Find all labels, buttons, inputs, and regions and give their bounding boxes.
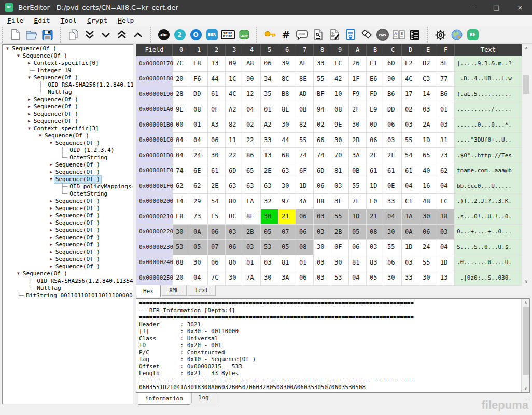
hex-byte-cell[interactable]: 08 — [190, 102, 208, 118]
hex-byte-cell[interactable]: DD — [384, 102, 402, 118]
hex-byte-cell[interactable]: 30 — [278, 178, 296, 194]
hex-byte-cell[interactable]: 20 — [173, 270, 190, 286]
hex-byte-cell[interactable]: 1D — [402, 240, 419, 255]
hex-byte-cell[interactable]: 05 — [261, 225, 278, 240]
hex-byte-cell[interactable]: 2B — [331, 225, 349, 240]
hex-byte-cell[interactable]: 03 — [314, 209, 331, 225]
hex-byte-cell[interactable]: 53 — [331, 270, 349, 286]
hex-byte-cell[interactable]: 81 — [278, 255, 296, 271]
hex-byte-cell[interactable]: 44 — [208, 72, 226, 87]
tree-item[interactable]: ├─OID policyMappings(… — [3, 183, 133, 190]
handshake-icon[interactable] — [358, 27, 374, 42]
tree-item[interactable]: ▼Sequence(Of ) — [3, 140, 133, 147]
hex-byte-cell[interactable]: 44 — [278, 133, 296, 148]
hex-byte-cell[interactable]: 61 — [367, 163, 384, 179]
hex-byte-cell[interactable]: 03 — [314, 270, 331, 286]
hex-byte-cell[interactable]: 82 — [226, 117, 243, 133]
hex-byte-cell[interactable]: 68 — [278, 148, 296, 163]
hex-byte-cell[interactable]: 30 — [261, 270, 278, 286]
hex-byte-cell[interactable]: 3F — [437, 56, 455, 72]
hex-byte-cell[interactable]: 00 — [173, 117, 190, 133]
hex-byte-cell[interactable]: 1D — [296, 178, 314, 194]
tree-item[interactable]: ▶Sequence(Of ) — [3, 198, 133, 205]
menu-crypt[interactable]: Crypt — [82, 16, 113, 25]
hex-byte-cell[interactable]: 03 — [243, 240, 261, 255]
hex-byte-cell[interactable]: 06 — [208, 133, 226, 148]
hex-byte-cell[interactable]: 55 — [331, 209, 349, 225]
hex-byte-cell[interactable]: 8E — [296, 72, 314, 87]
tree-item[interactable]: └─BitString 00110110101101110000001… — [3, 292, 133, 299]
hex-byte-cell[interactable]: 55 — [402, 133, 419, 148]
hex-byte-cell[interactable]: 0D — [367, 117, 384, 133]
hex-byte-cell[interactable]: 74 — [296, 148, 314, 163]
tree-item[interactable]: ▶Sequence(Of ) — [3, 248, 133, 256]
settings-icon[interactable] — [432, 27, 449, 42]
tree-collapsed-icon[interactable]: ▶ — [28, 118, 31, 125]
tree-item[interactable]: ├─Integer 39 — [3, 67, 133, 74]
hex-byte-cell[interactable]: B8 — [278, 87, 296, 102]
tree-item[interactable]: ▶Context-specific[0] — [3, 60, 133, 67]
tree-item[interactable]: ▶Sequence(Of ) — [3, 161, 133, 169]
hex-byte-cell[interactable]: 8F — [243, 209, 261, 225]
hex-byte-cell[interactable]: 03 — [402, 117, 419, 133]
hex-byte-cell[interactable]: F0 — [367, 194, 384, 210]
new-file-icon[interactable] — [7, 27, 23, 42]
tree-collapsed-icon[interactable]: ▶ — [50, 198, 52, 205]
hex-byte-cell[interactable]: 65 — [419, 148, 437, 163]
tree-expanded-icon[interactable]: ▼ — [50, 176, 52, 183]
hex-byte-cell[interactable]: F6 — [190, 72, 208, 87]
tab-information[interactable]: information — [138, 393, 190, 405]
menu-file[interactable]: File — [2, 16, 29, 25]
tab-xml[interactable]: XML — [162, 285, 187, 296]
hex-byte-cell[interactable]: 61 — [208, 87, 226, 102]
hex-byte-cell[interactable]: B6 — [437, 87, 455, 102]
hex-byte-cell[interactable]: 3A — [278, 270, 296, 286]
hex-byte-cell[interactable]: 7C — [208, 270, 226, 286]
tree-item[interactable]: ▼Context-specific[3] — [3, 125, 133, 132]
tree-expanded-icon[interactable]: ▼ — [17, 270, 20, 278]
hex-byte-cell[interactable]: 61 — [402, 163, 419, 179]
hex-byte-cell[interactable]: 02 — [243, 117, 261, 133]
info-scrollbar-up-icon[interactable]: ∧ — [522, 299, 530, 307]
hex-byte-cell[interactable]: 06 — [296, 225, 314, 240]
hex-byte-cell[interactable]: 16 — [419, 178, 437, 194]
hex-byte-cell[interactable]: 08 — [331, 102, 349, 118]
tree-expanded-icon[interactable]: ▼ — [50, 140, 52, 147]
hex-byte-cell[interactable]: FC — [331, 56, 349, 72]
hex-byte-cell[interactable]: 1D — [419, 133, 437, 148]
hex-byte-cell[interactable]: 03 — [331, 178, 349, 194]
hex-byte-cell[interactable]: 74 — [314, 148, 331, 163]
tab-text[interactable]: Text — [188, 285, 216, 296]
hex-byte-cell[interactable]: 06 — [314, 178, 331, 194]
tree-item[interactable]: ▶Sequence(Of ) — [3, 227, 133, 234]
hex-byte-cell[interactable]: 55 — [314, 72, 331, 87]
hex-byte-cell[interactable]: A3 — [208, 117, 226, 133]
hex-byte-cell[interactable]: 03 — [314, 225, 331, 240]
ldap-icon[interactable]: LDAP — [236, 27, 252, 42]
hex-byte-cell[interactable]: 8E — [278, 102, 296, 118]
hex-byte-cell[interactable]: 01 — [437, 102, 455, 118]
hex-byte-cell[interactable]: 6D — [314, 163, 331, 179]
hex-byte-cell[interactable]: 06 — [296, 270, 314, 286]
maximize-button[interactable]: □ — [484, 0, 508, 15]
hex-byte-cell[interactable]: 05 — [190, 240, 208, 255]
hex-byte-cell[interactable]: 0E — [384, 178, 402, 194]
hex-byte-cell[interactable]: 06 — [349, 240, 367, 255]
tree-item[interactable]: ▶Sequence(Of ) — [3, 263, 133, 270]
hex-byte-cell[interactable]: 9E — [173, 102, 190, 118]
hex-byte-cell[interactable]: 30 — [208, 148, 226, 163]
hex-byte-cell[interactable]: 97 — [278, 194, 296, 210]
tree-item[interactable]: └─NullTag — [3, 89, 133, 96]
doc-key-icon[interactable] — [310, 27, 326, 42]
hex-byte-cell[interactable]: F8 — [173, 209, 190, 225]
tree-item[interactable]: ▶Sequence(Of ) — [3, 219, 133, 227]
hex-byte-cell[interactable]: 1D — [367, 178, 384, 194]
hex-byte-cell[interactable]: 80 — [226, 255, 243, 271]
hex-byte-cell[interactable]: 54 — [402, 148, 419, 163]
ber-tree-panel[interactable]: ▼Sequence(Of )▼Sequence(Of )▶Context-spe… — [2, 44, 133, 404]
hex-byte-cell[interactable]: 02 — [314, 117, 331, 133]
save-icon[interactable] — [39, 27, 55, 42]
hex-byte-cell[interactable]: 13 — [437, 270, 455, 286]
hex-byte-cell[interactable]: 05 — [278, 240, 296, 255]
tree-collapsed-icon[interactable]: ▶ — [50, 234, 52, 241]
